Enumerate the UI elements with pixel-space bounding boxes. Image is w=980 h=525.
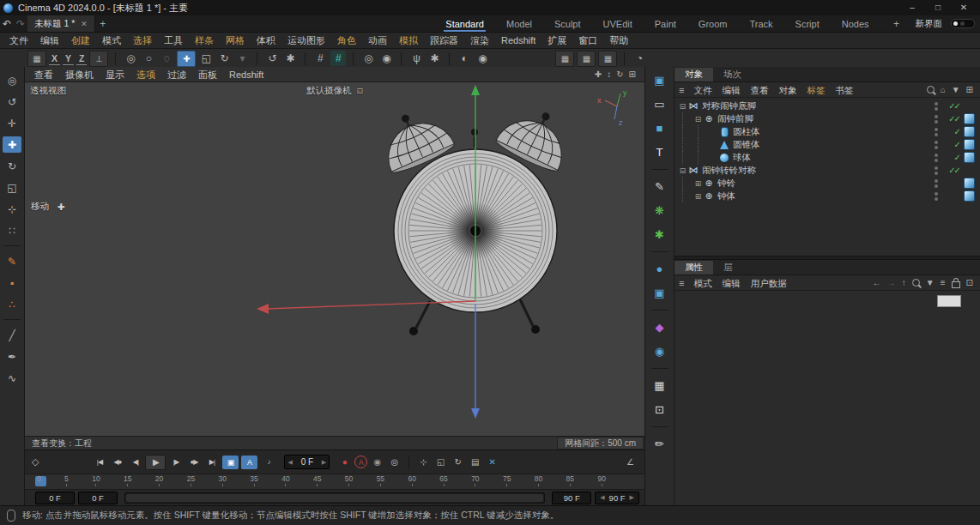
phong-tag-icon[interactable]	[964, 139, 975, 150]
menu-item[interactable]: 模式	[96, 33, 127, 48]
search-icon[interactable]	[912, 279, 920, 287]
workspace-tab[interactable]: Paint	[653, 16, 678, 32]
panel-menu-item[interactable]: 文件	[689, 82, 716, 98]
workspace-tab[interactable]: Sculpt	[553, 16, 583, 32]
frame-decrement-icon[interactable]: ◀	[287, 459, 292, 466]
workplane-lock-icon[interactable]: ◉	[378, 51, 394, 66]
goto-start-button[interactable]: |◀	[91, 456, 107, 469]
object-row[interactable]: ⊟⋈闹钟转铃对称✓✓	[675, 164, 980, 177]
volume-object-icon[interactable]: ▣	[650, 284, 670, 302]
expander-icon[interactable]: ⊞	[693, 179, 703, 188]
keyframe-mode-button[interactable]: ▣	[222, 456, 239, 469]
home-icon[interactable]: ⌂	[941, 85, 946, 94]
sound-button[interactable]: ♪	[260, 456, 276, 469]
prev-frame-button[interactable]: ◀|	[127, 456, 143, 469]
sphere-field-icon[interactable]: ◉	[650, 342, 670, 360]
visibility-dots[interactable]	[935, 128, 938, 136]
enabled-check-icon[interactable]: ✓	[942, 127, 959, 136]
record-selected-button[interactable]: ◎	[387, 456, 402, 469]
menu-item[interactable]: 扩展	[541, 33, 572, 48]
maximize-button[interactable]: □	[925, 0, 951, 15]
max-frame-stepper[interactable]: ◀ 90 F ▶	[595, 492, 639, 504]
expander-icon[interactable]: ⊟	[693, 115, 703, 124]
pan-view-icon[interactable]: ✛	[3, 115, 21, 131]
menu-item[interactable]: Redshift	[495, 33, 541, 48]
menu-item[interactable]: 帮助	[603, 33, 634, 48]
rotate-tool-icon[interactable]: ↻	[3, 158, 21, 174]
render-region-icon[interactable]: ◉	[475, 51, 490, 66]
workspace-tab[interactable]: Standard	[444, 16, 486, 32]
viewport-menu-item[interactable]: 查看	[28, 67, 59, 82]
panel-menu-item[interactable]: 模式	[689, 275, 716, 291]
visibility-dots[interactable]	[935, 115, 938, 124]
zoom-view-icon[interactable]: ◎	[3, 72, 21, 88]
enabled-check-icon[interactable]: ✓	[942, 153, 959, 162]
menu-item[interactable]: 文件	[3, 33, 34, 48]
quantize-icon[interactable]: ∷	[3, 222, 21, 238]
menu-item[interactable]: 选择	[127, 33, 158, 48]
filter-icon[interactable]: ▼	[952, 85, 960, 94]
menu-item[interactable]: 编辑	[34, 33, 65, 48]
object-row[interactable]: 圆柱体✓	[675, 125, 980, 138]
up-arrow-icon[interactable]: ↑	[902, 278, 906, 287]
record-pla-button[interactable]: ✕	[485, 456, 499, 469]
menu-item[interactable]: 动画	[362, 33, 393, 48]
phong-tag-icon[interactable]	[964, 113, 975, 124]
viewport-menu-item[interactable]: 面板	[192, 67, 223, 82]
panel-tab[interactable]: 场次	[713, 68, 752, 81]
document-tab[interactable]: 未标题 1 * ✕	[27, 15, 95, 32]
snap-disabled-icon[interactable]: #	[312, 51, 328, 66]
menu-item[interactable]: 体积	[251, 33, 281, 48]
workspace-tab[interactable]: Nodes	[840, 16, 871, 32]
workplane-icon[interactable]: ◎	[360, 51, 376, 66]
visibility-dots[interactable]	[935, 166, 938, 175]
axis-modify-icon[interactable]: ⊹	[3, 201, 21, 217]
menu-item[interactable]: 创建	[65, 33, 96, 48]
render-view-settings-icon[interactable]: ▦	[27, 51, 46, 67]
viewport-menu-item[interactable]: 摄像机	[59, 67, 100, 82]
visibility-dots[interactable]	[935, 141, 938, 149]
workspace-tab[interactable]: UVEdit	[602, 16, 634, 32]
plane-object-icon[interactable]: ▭	[650, 95, 670, 113]
tab-close-icon[interactable]: ✕	[81, 20, 88, 28]
undo-icon[interactable]: ↶	[0, 18, 14, 30]
viewport-menu-item[interactable]: 选项	[130, 67, 161, 82]
keyframe-nav-icon[interactable]: ◇	[32, 456, 39, 468]
y-axis-lock[interactable]: Y	[63, 52, 74, 65]
pen-tool-icon[interactable]: ✒	[3, 348, 21, 365]
object-row[interactable]: ⊟⋈对称闹钟底脚✓✓	[675, 100, 980, 112]
next-key-button[interactable]: ●▶	[185, 456, 202, 469]
snap-enabled-icon[interactable]: #	[330, 51, 346, 66]
camera-label[interactable]: 默认摄像机⊡	[25, 85, 644, 97]
tool-history-icon[interactable]: ↺	[264, 51, 280, 66]
panel-menu-item[interactable]: 书签	[831, 82, 857, 98]
preview-range-bar[interactable]	[124, 492, 545, 504]
viewport-menu-item[interactable]: Redshift	[223, 67, 269, 82]
visibility-dots[interactable]	[935, 192, 938, 201]
knife-tool-icon[interactable]: ╱	[3, 327, 21, 343]
forward-arrow-icon[interactable]: →	[887, 278, 896, 287]
enabled-check-icon[interactable]: ✓✓	[942, 114, 959, 124]
interactive-render-icon[interactable]: ◔	[632, 51, 647, 66]
object-row[interactable]: 圆锥体✓	[675, 138, 980, 151]
object-row[interactable]: ⊞⊕钟体	[675, 190, 980, 202]
expander-icon[interactable]: ⊟	[678, 102, 687, 111]
fcurve-toggle-icon[interactable]: ∠	[626, 457, 634, 467]
workspace-tab[interactable]: Groom	[697, 16, 729, 32]
z-axis-lock[interactable]: Z	[76, 52, 87, 65]
next-frame-button[interactable]: |▶	[167, 456, 184, 469]
ik-icon[interactable]: ψ	[408, 51, 424, 66]
current-frame-field[interactable]: 0 F	[78, 492, 118, 504]
x-axis-lock[interactable]: X	[49, 52, 60, 65]
rotate-view-icon[interactable]: ↻	[616, 69, 623, 79]
panel-tab[interactable]: 层	[713, 261, 743, 275]
search-icon[interactable]	[927, 86, 935, 94]
new-layout-button[interactable]: 新界面	[916, 18, 943, 30]
stage-object-icon[interactable]: ⊡	[650, 401, 670, 419]
dolly-view-icon[interactable]: ↕	[607, 69, 611, 79]
panel-menu-item[interactable]: 查看	[746, 82, 772, 98]
record-scale-button[interactable]: ◱	[433, 456, 448, 469]
timeline-ruler[interactable]: 051015202530354045505560657075808590	[25, 474, 644, 490]
phong-tag-icon[interactable]	[964, 152, 975, 163]
frame-increment-icon[interactable]: ▶	[322, 459, 326, 466]
